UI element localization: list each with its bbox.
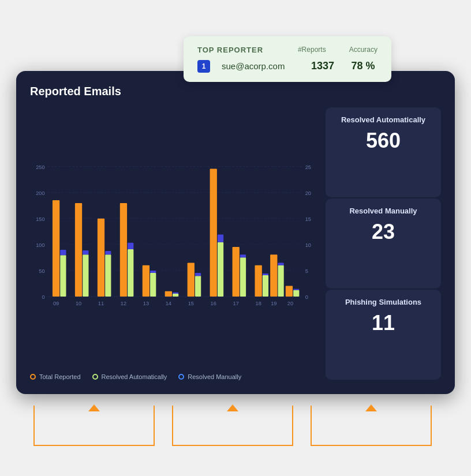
- arrow-box-2: [172, 406, 293, 446]
- svg-text:20: 20: [305, 190, 311, 196]
- svg-rect-20: [60, 250, 66, 255]
- svg-text:20: 20: [287, 301, 293, 306]
- svg-rect-29: [128, 242, 133, 249]
- svg-rect-28: [128, 249, 133, 297]
- svg-text:17: 17: [233, 301, 239, 306]
- stat-label-auto: Resolved Automatically: [335, 115, 432, 124]
- svg-rect-22: [83, 254, 88, 297]
- svg-rect-50: [278, 263, 283, 265]
- stats-panel: Resolved Automatically 560 Resolved Manu…: [326, 107, 441, 380]
- svg-text:50: 50: [39, 268, 44, 274]
- svg-rect-49: [278, 265, 283, 296]
- svg-rect-53: [293, 288, 299, 290]
- svg-text:15: 15: [188, 301, 194, 306]
- svg-rect-36: [188, 263, 195, 296]
- svg-text:14: 14: [166, 301, 171, 306]
- top-reporter-row-1: 1 sue@acorp.com 1337 78 %: [197, 60, 377, 73]
- svg-rect-34: [173, 293, 178, 296]
- svg-text:0: 0: [305, 294, 308, 300]
- svg-rect-41: [218, 234, 223, 242]
- svg-rect-42: [233, 246, 240, 296]
- svg-rect-52: [293, 290, 299, 296]
- arrow-box-3: [311, 406, 432, 446]
- arrows-container: [16, 383, 455, 452]
- legend-dot-total: [30, 374, 36, 380]
- main-scene: TOP REPORTER #Reports Accuracy 1 sue@aco…: [16, 36, 455, 452]
- top-reporter-card: TOP REPORTER #Reports Accuracy 1 sue@aco…: [184, 36, 391, 82]
- dashboard-title: Reported Emails: [30, 85, 441, 98]
- svg-text:12: 12: [121, 301, 126, 306]
- svg-rect-40: [218, 242, 223, 296]
- svg-text:09: 09: [53, 301, 59, 306]
- stat-value-phishing: 11: [335, 311, 432, 335]
- svg-text:16: 16: [211, 301, 216, 306]
- svg-text:5: 5: [305, 268, 308, 274]
- svg-text:10: 10: [305, 242, 311, 248]
- svg-text:10: 10: [76, 301, 81, 306]
- svg-rect-23: [83, 250, 88, 254]
- legend-resolved-auto: Resolved Automatically: [92, 373, 167, 380]
- svg-rect-35: [173, 292, 178, 293]
- svg-rect-24: [98, 218, 104, 296]
- legend-label-auto: Resolved Automatically: [102, 373, 167, 380]
- svg-rect-26: [105, 251, 111, 254]
- top-reporter-column-labels: #Reports Accuracy: [298, 46, 377, 54]
- chart-area: 0 50 100 150 200 250 0 5 10 15 20 25: [30, 107, 314, 380]
- arrow-box-1: [33, 406, 155, 446]
- svg-text:19: 19: [271, 301, 276, 306]
- svg-text:100: 100: [36, 242, 44, 248]
- reporter-email: sue@acorp.com: [222, 61, 297, 71]
- stat-resolved-auto: Resolved Automatically 560: [326, 107, 441, 197]
- svg-rect-46: [263, 275, 268, 297]
- reporter-reports: 1337: [308, 60, 337, 72]
- legend-total-reported: Total Reported: [30, 373, 81, 380]
- stat-phishing-sim: Phishing Simulations 11: [326, 290, 441, 380]
- stat-label-manual: Resolved Manually: [335, 207, 432, 215]
- svg-rect-31: [150, 273, 156, 297]
- svg-rect-19: [60, 255, 66, 297]
- svg-text:11: 11: [98, 301, 104, 306]
- chart-legend: Total Reported Resolved Automatically Re…: [30, 373, 314, 380]
- reporter-accuracy: 78 %: [349, 60, 377, 72]
- accuracy-column-label: Accuracy: [349, 46, 377, 54]
- legend-label-total: Total Reported: [39, 373, 81, 380]
- svg-text:13: 13: [143, 301, 149, 306]
- svg-rect-45: [255, 265, 262, 296]
- bar-chart: 0 50 100 150 200 250 0 5 10 15 20 25: [30, 107, 314, 368]
- dashboard-card: Reported Emails 0 50: [16, 71, 455, 394]
- svg-rect-48: [270, 254, 277, 297]
- svg-rect-37: [195, 276, 201, 297]
- svg-rect-32: [150, 270, 156, 272]
- stat-value-manual: 23: [335, 220, 432, 244]
- top-reporter-header: TOP REPORTER #Reports Accuracy: [197, 46, 377, 54]
- svg-rect-51: [286, 286, 293, 296]
- svg-text:25: 25: [305, 164, 311, 170]
- stat-value-auto: 560: [335, 129, 432, 153]
- legend-dot-auto: [92, 374, 98, 380]
- svg-rect-21: [75, 203, 82, 297]
- svg-text:18: 18: [256, 301, 261, 306]
- legend-label-manual: Resolved Manually: [188, 373, 241, 380]
- svg-rect-43: [240, 257, 246, 297]
- svg-text:200: 200: [36, 190, 44, 196]
- legend-dot-manual: [178, 374, 184, 380]
- svg-rect-47: [263, 273, 268, 275]
- reporter-rank: 1: [197, 60, 210, 73]
- legend-resolved-manual: Resolved Manually: [178, 373, 241, 380]
- svg-rect-39: [210, 168, 217, 296]
- svg-rect-18: [53, 200, 59, 296]
- svg-rect-44: [240, 254, 246, 257]
- svg-rect-38: [195, 273, 201, 276]
- top-reporter-title: TOP REPORTER: [197, 46, 263, 54]
- svg-rect-25: [105, 254, 111, 297]
- stat-resolved-manual: Resolved Manually 23: [326, 198, 441, 288]
- svg-rect-27: [120, 203, 127, 297]
- svg-text:15: 15: [305, 216, 311, 222]
- stat-label-phishing: Phishing Simulations: [335, 298, 432, 306]
- svg-rect-30: [143, 265, 149, 296]
- chart-svg-container: 0 50 100 150 200 250 0 5 10 15 20 25: [30, 107, 314, 368]
- svg-text:250: 250: [36, 164, 44, 170]
- svg-text:0: 0: [42, 294, 44, 300]
- svg-text:150: 150: [36, 216, 44, 222]
- dashboard-content: 0 50 100 150 200 250 0 5 10 15 20 25: [30, 107, 441, 380]
